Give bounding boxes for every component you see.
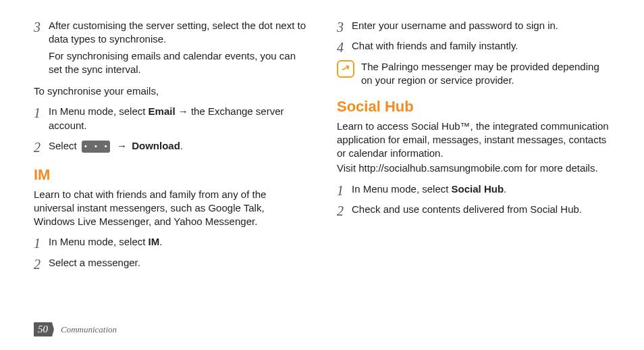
sh-intro-1: Learn to access Social Hub™, the integra… xyxy=(337,120,610,161)
step-number: 2 xyxy=(34,139,49,155)
note-text: The Palringo messenger may be provided d… xyxy=(361,60,610,88)
step-3: 3 After customising the server setting, … xyxy=(34,19,307,79)
step-text: For synchronising emails and calendar ev… xyxy=(49,49,307,77)
right-step-3: 3 Enter your username and password to si… xyxy=(337,19,610,35)
step-number: 3 xyxy=(34,19,49,79)
step-body: In Menu mode, select Social Hub. xyxy=(352,182,610,199)
section-title-im: IM xyxy=(34,165,307,185)
text: . xyxy=(504,183,506,195)
arrow: → xyxy=(114,140,130,151)
note: The Palringo messenger may be provided d… xyxy=(337,60,610,88)
step-body: Enter your username and password to sign… xyxy=(352,19,610,35)
step-number: 2 xyxy=(337,203,352,219)
im-step-2: 2 Select a messenger. xyxy=(34,256,307,272)
section-title-social-hub: Social Hub xyxy=(337,97,610,117)
sync-step-2: 2 Select • • • → Download. xyxy=(34,139,307,155)
step-body: In Menu mode, select Email → the Exchang… xyxy=(49,105,307,135)
step-text: In Menu mode, select Social Hub. xyxy=(352,182,610,196)
sh-step-2: 2 Check and use contents delivered from … xyxy=(337,203,610,219)
step-body: Select • • • → Download. xyxy=(49,139,307,155)
bold-download: Download xyxy=(132,140,180,151)
text: In Menu mode, select xyxy=(352,183,452,195)
step-text: Enter your username and password to sign… xyxy=(352,19,610,32)
step-number: 1 xyxy=(34,235,49,251)
step-body: Check and use contents delivered from So… xyxy=(352,203,610,219)
step-text: Select a messenger. xyxy=(49,256,307,270)
sh-step-1: 1 In Menu mode, select Social Hub. xyxy=(337,182,610,199)
sync-step-1: 1 In Menu mode, select Email → the Excha… xyxy=(34,105,307,135)
step-body: Chat with friends and family instantly. xyxy=(352,39,610,55)
more-dots-icon: • • • xyxy=(82,141,110,153)
right-column: 3 Enter your username and password to si… xyxy=(337,19,610,276)
text: . xyxy=(159,236,162,247)
step-number: 1 xyxy=(337,182,352,199)
step-text: In Menu mode, select Email → the Exchang… xyxy=(49,105,307,132)
sh-intro-2: Visit http://socialhub.samsungmobile.com… xyxy=(337,161,610,175)
step-text: Chat with friends and family instantly. xyxy=(352,39,610,53)
left-column: 3 After customising the server setting, … xyxy=(34,19,307,276)
step-number: 1 xyxy=(34,105,49,135)
right-step-4: 4 Chat with friends and family instantly… xyxy=(337,39,610,55)
step-text: After customising the server setting, se… xyxy=(49,19,307,47)
text: In Menu mode, select xyxy=(49,236,149,247)
step-body: Select a messenger. xyxy=(49,256,307,272)
note-icon xyxy=(337,60,354,78)
step-body: After customising the server setting, se… xyxy=(49,19,307,79)
text: Select xyxy=(49,140,80,151)
footer: 50 Communication xyxy=(34,322,117,336)
bold-social-hub: Social Hub xyxy=(452,183,504,195)
step-text: Select • • • → Download. xyxy=(49,139,307,153)
columns: 3 After customising the server setting, … xyxy=(34,19,610,276)
step-number: 4 xyxy=(337,39,352,55)
step-number: 2 xyxy=(34,256,49,272)
text: In Menu mode, select xyxy=(49,105,149,117)
page-number: 50 xyxy=(34,322,54,336)
im-intro: Learn to chat with friends and family fr… xyxy=(34,188,307,229)
step-text: In Menu mode, select IM. xyxy=(49,235,307,249)
step-body: In Menu mode, select IM. xyxy=(49,235,307,251)
step-text: Check and use contents delivered from So… xyxy=(352,203,610,216)
bold-email: Email xyxy=(149,105,176,117)
sync-intro: To synchronise your emails, xyxy=(34,84,307,98)
step-number: 3 xyxy=(337,19,352,35)
bold-im: IM xyxy=(149,236,160,247)
text: . xyxy=(180,140,183,151)
footer-section: Communication xyxy=(61,324,117,335)
im-step-1: 1 In Menu mode, select IM. xyxy=(34,235,307,251)
page: 3 After customising the server setting, … xyxy=(0,0,644,350)
